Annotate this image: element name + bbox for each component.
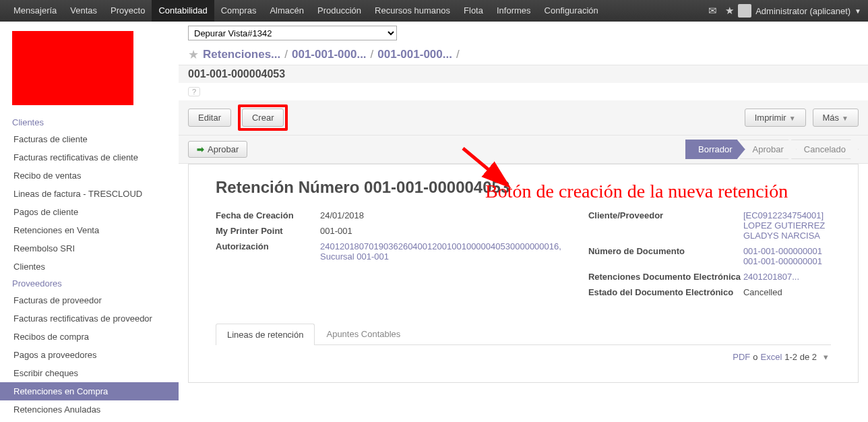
edit-button[interactable]: Editar	[188, 109, 231, 127]
arrow-right-icon: ➡	[197, 144, 204, 154]
user-menu[interactable]: Administrator (aplicanet) ▼	[738, 4, 861, 18]
star-icon[interactable]: ★	[725, 5, 734, 17]
debug-view-select[interactable]: Depurar Vista#1342	[188, 26, 397, 40]
create-button-highlight: Crear	[238, 104, 288, 131]
sidebar-item-pagos-prov[interactable]: Pagos a proveedores	[0, 346, 179, 364]
sidebar-item-escribir-cheques[interactable]: Escribir cheques	[0, 364, 179, 382]
label-cliente: Cliente/Proveedor	[588, 210, 743, 220]
label-estado: Estado del Documento Electrónico	[588, 287, 743, 297]
menu-contabilidad[interactable]: Contabilidad	[152, 0, 214, 22]
favorite-star-icon[interactable]: ★	[188, 47, 199, 62]
page-title: 001-001-000004053	[179, 65, 868, 83]
tab-lineas[interactable]: Lineas de retención	[216, 324, 315, 345]
crumb-2[interactable]: 001-001-000...	[292, 48, 367, 61]
label-retdoc: Retenciones Documento Electrónica	[588, 272, 743, 282]
chevron-down-icon[interactable]: ▾	[824, 352, 828, 362]
caret-down-icon: ▼	[789, 115, 796, 122]
form-tabs: Lineas de retención Apuntes Contables	[216, 323, 831, 345]
logo	[12, 31, 133, 105]
sidebar-item-rectif-cliente[interactable]: Facturas rectificativas de cliente	[0, 148, 179, 167]
sidebar-item-clientes[interactable]: Clientes	[0, 258, 179, 276]
label-autorizacion: Autorización	[216, 241, 320, 251]
crumb-1[interactable]: Retenciones...	[203, 48, 280, 61]
menu-produccion[interactable]: Producción	[311, 0, 368, 22]
val-cliente[interactable]: [EC0912234754001] LOPEZ GUTIERREZ GLADYS…	[743, 210, 831, 241]
step-cancelado[interactable]: Cancelado	[791, 140, 859, 159]
tab-apuntes[interactable]: Apuntes Contables	[315, 323, 412, 344]
step-aprobar[interactable]: Aprobar	[740, 140, 797, 159]
sidebar-item-facturas-cliente[interactable]: Facturas de cliente	[0, 130, 179, 148]
top-menu: Mensajería Ventas Proyecto Contabilidad …	[0, 0, 868, 22]
step-borrador[interactable]: Borrador	[685, 140, 745, 159]
avatar-icon	[738, 4, 751, 18]
sidebar-item-recibos-compra[interactable]: Recibos de compra	[0, 328, 179, 346]
print-button[interactable]: Imprimir▼	[745, 109, 806, 127]
crumb-3[interactable]: 001-001-000...	[377, 48, 452, 61]
help-icon[interactable]: ?	[188, 87, 200, 96]
sidebar-item-ret-venta[interactable]: Retenciones en Venta	[0, 221, 179, 239]
pager: 1-2 de 2	[784, 352, 817, 362]
breadcrumb: ★ Retenciones... / 001-001-000... / 001-…	[179, 44, 868, 65]
sidebar-item-reembolso-sri[interactable]: Reembolso SRI	[0, 239, 179, 258]
sidebar-section-proveedores: Proveedores	[0, 276, 179, 291]
menu-compras[interactable]: Compras	[214, 0, 264, 22]
val-fecha: 24/01/2018	[320, 210, 561, 220]
menu-mensajeria[interactable]: Mensajería	[7, 0, 63, 22]
toolbar: Editar Crear Imprimir▼ Más▼	[179, 100, 868, 135]
list-footer: PDF o Excel 1-2 de 2 ▾	[216, 345, 831, 369]
val-estado: Cancelled	[743, 287, 831, 297]
sidebar: Clientes Facturas de cliente Facturas re…	[0, 22, 179, 422]
sidebar-section-clientes: Clientes	[0, 115, 179, 130]
val-retdoc[interactable]: 2401201807...	[743, 272, 831, 282]
powered-by: Con tecnología de OpenERP	[0, 419, 179, 422]
mail-icon[interactable]: ✉	[708, 5, 717, 17]
label-numdoc: Número de Documento	[588, 246, 743, 256]
main-content: Depurar Vista#1342 ★ Retenciones... / 00…	[179, 22, 868, 422]
menu-rrhh[interactable]: Recursos humanos	[368, 0, 457, 22]
status-bar: ➡ Aprobar Borrador Aprobar Cancelado	[179, 135, 868, 164]
caret-down-icon: ▼	[842, 115, 848, 122]
label-printer: My Printer Point	[216, 226, 320, 236]
status-steps: Borrador Aprobar Cancelado	[685, 140, 859, 159]
menu-almacen[interactable]: Almacén	[263, 0, 311, 22]
user-name: Administrator (aplicanet)	[755, 6, 850, 16]
sidebar-item-recibo-ventas[interactable]: Recibo de ventas	[0, 167, 179, 185]
menu-config[interactable]: Configuración	[538, 0, 605, 22]
menu-informes[interactable]: Informes	[490, 0, 538, 22]
menu-flota[interactable]: Flota	[457, 0, 490, 22]
val-autorizacion[interactable]: 2401201807019036260400120010010000040530…	[320, 241, 561, 262]
approve-button[interactable]: ➡ Aprobar	[188, 141, 247, 158]
sidebar-item-pagos-cliente[interactable]: Pagos de cliente	[0, 203, 179, 221]
more-button[interactable]: Más▼	[813, 109, 859, 127]
menu-proyecto[interactable]: Proyecto	[104, 0, 152, 22]
sidebar-item-ret-compra[interactable]: Retenciones en Compra	[0, 382, 179, 400]
menu-ventas[interactable]: Ventas	[63, 0, 104, 22]
form-title: Retención Número 001-001-000004053	[216, 178, 831, 197]
sidebar-item-lineas-trescloud[interactable]: Lineas de factura - TRESCLOUD	[0, 185, 179, 203]
label-fecha: Fecha de Creación	[216, 210, 320, 220]
sidebar-item-facturas-prov[interactable]: Facturas de proveedor	[0, 291, 179, 309]
export-excel-link[interactable]: Excel	[761, 352, 782, 362]
val-printer: 001-001	[320, 226, 561, 236]
val-numdoc[interactable]: 001-001-000000001 001-001-000000001	[743, 246, 831, 266]
sidebar-item-ret-anuladas[interactable]: Retenciones Anuladas	[0, 400, 179, 419]
form-sheet: Retención Número 001-001-000004053 Fecha…	[189, 164, 858, 382]
export-pdf-link[interactable]: PDF	[733, 352, 750, 362]
sidebar-item-rectif-prov[interactable]: Facturas rectificativas de proveedor	[0, 309, 179, 328]
create-button[interactable]: Crear	[242, 109, 284, 127]
chevron-down-icon: ▼	[855, 7, 861, 15]
